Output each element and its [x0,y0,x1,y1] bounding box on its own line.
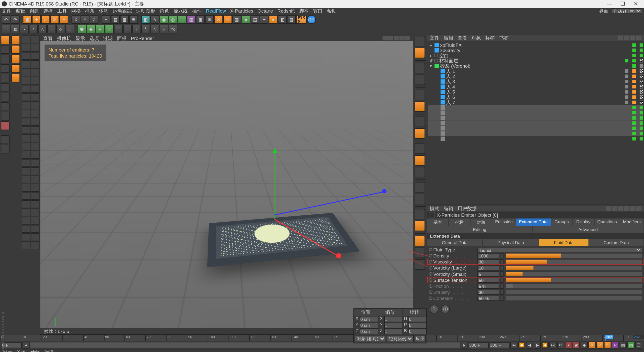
objtab-书签[interactable]: 书签 [499,34,509,41]
snap-3[interactable] [22,44,30,52]
time-next-key[interactable]: ▸ [461,342,468,349]
workplane-mode[interactable] [1,102,9,111]
vp-icon-5[interactable] [405,36,410,40]
redo-button[interactable]: ↷ [11,15,19,24]
tree-item-extra-3[interactable] [428,120,643,126]
scale-z[interactable] [384,328,402,334]
vorticity-small-input[interactable] [477,271,499,277]
attrmenu-用户数据[interactable]: 用户数据 [458,205,477,212]
key-rot[interactable]: ⟳ [604,342,611,349]
attrmenu-编辑[interactable]: 编辑 [444,205,453,212]
axis-z-button[interactable]: Z [90,15,98,24]
rs-7[interactable] [415,117,425,127]
move-gizmo[interactable] [11,74,20,82]
xp-panel-1[interactable] [1,135,9,144]
tab-editing[interactable]: Editing [427,226,533,233]
snap-6[interactable] [31,52,39,60]
snap-toggle[interactable]: ⬚ [2,25,10,33]
mograph-cloner-button[interactable]: ⬢ [78,25,86,33]
key-anim[interactable]: ▤ [627,342,634,349]
rs-14[interactable] [415,209,425,219]
vorticity-small-slider[interactable] [506,272,642,276]
next-frame[interactable]: ⏩ [542,342,549,349]
gizmo-y-axis[interactable] [274,150,275,219]
snap-44[interactable] [31,208,39,216]
xp-sprite-button[interactable]: ✦ [260,15,268,24]
rs-recycle[interactable] [415,236,425,246]
snap-spline[interactable]: ~ [47,25,56,33]
menu-运动跟踪[interactable]: 运动跟踪 [113,8,132,14]
spline-tool-3[interactable]: ⊺ [132,25,141,33]
live-select[interactable] [11,64,20,73]
snap-10[interactable] [31,68,39,76]
density-input[interactable] [477,253,499,258]
tweak-mode[interactable] [1,121,9,130]
snap-46[interactable] [31,217,39,225]
info-button[interactable]: ⓘ [441,305,450,313]
loop-button[interactable]: ⟳ [557,342,564,349]
menu-窗口[interactable]: 窗口 [313,8,323,14]
snap-37[interactable] [22,184,30,192]
nurbs-button[interactable]: ◉ [159,15,168,24]
snap-13[interactable] [22,85,30,93]
objtab-对象[interactable]: 对象 [471,34,481,41]
density-slider[interactable] [506,254,642,258]
lasso-select[interactable] [11,55,20,63]
snap-vertex[interactable]: • [20,25,28,33]
tree-item-extra-4[interactable] [428,126,643,131]
poly-mode[interactable] [1,83,9,92]
window-close[interactable]: ✕ [629,1,642,7]
rs-1[interactable] [415,36,425,46]
rot-p[interactable] [409,322,427,328]
om-icon-1[interactable] [618,35,623,40]
snap-20[interactable] [31,110,39,117]
snap-21[interactable] [22,118,30,126]
mograph-tracer-button[interactable]: ⟲ [105,25,113,33]
rs-13[interactable] [415,194,425,204]
window-maximize[interactable]: ☐ [616,1,629,7]
snap-workplane[interactable]: ▱ [65,25,74,33]
tree-xpgravity[interactable]: xpGravity [428,48,643,53]
scale-y[interactable] [384,322,402,328]
snap-2[interactable] [31,35,39,43]
vpmenu-选项[interactable]: 选项 [89,35,99,41]
hair-tool[interactable]: ⟐ [159,25,168,33]
xp-system-button[interactable]: S [214,15,223,24]
rs-11[interactable] [415,167,425,177]
spline-tool-4[interactable]: ⟆ [141,25,150,33]
vorticity-large-slider[interactable] [506,266,642,270]
vorticity-large-input[interactable] [477,265,499,271]
generator-button[interactable]: ◍ [169,15,177,24]
window-minimize[interactable]: — [603,1,616,7]
coord-sys-button[interactable]: ⌖ [102,15,110,24]
object-manager[interactable]: ▸xpFluidFX xpGravity ▸空白 ⊕材料面层 ▾碎裂 (Voro… [427,41,644,205]
tree-item-extra-1[interactable] [428,110,643,115]
vp-icon-1[interactable] [382,36,388,40]
rs-8[interactable] [415,128,425,139]
snap-45[interactable] [22,217,30,225]
menu-角色[interactable]: 角色 [159,8,169,14]
tab-questions[interactable]: Questions [594,218,620,226]
primitive-cube-button[interactable]: ◧ [141,15,150,24]
menu-插件[interactable]: 插件 [192,8,202,14]
om-icon-3[interactable] [630,35,635,40]
light-button[interactable]: ☀ [205,15,214,24]
snap-24[interactable] [31,126,39,134]
xp-dynamics-button[interactable]: ◆ [242,15,250,24]
dynamics-tool[interactable]: ∿ [150,25,159,33]
snap-22[interactable] [31,118,39,126]
autokey-button[interactable]: ◉ [573,342,580,349]
tab-groups[interactable]: Groups [551,218,573,226]
axis-y-button[interactable]: Y [81,15,89,24]
tree-fragment-3[interactable]: 人 3 [428,79,643,84]
rot-b[interactable] [409,328,427,334]
perspective-viewport[interactable]: Number of emitters: 7 Total live particl… [40,41,413,334]
scale-x[interactable] [384,316,402,322]
tool-2[interactable] [11,45,20,54]
objtab-标签[interactable]: 标签 [485,34,495,41]
render-settings-button[interactable]: ⚙ [129,15,138,24]
snap-31[interactable] [22,159,30,167]
menu-编辑[interactable]: 编辑 [16,8,25,14]
snap-11[interactable] [22,77,30,84]
tree-null-1[interactable]: ▸空白 [428,53,643,58]
